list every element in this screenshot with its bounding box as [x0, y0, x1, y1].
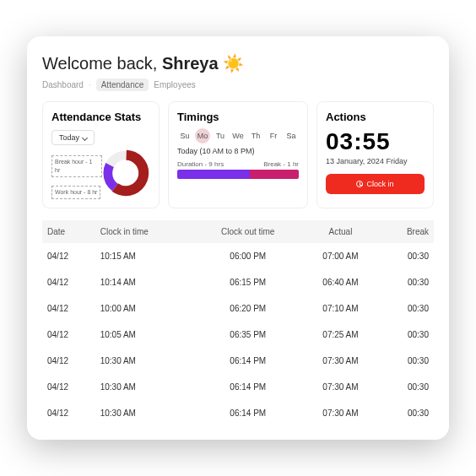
breadcrumb-sep: ·	[89, 80, 91, 89]
period-label: Today	[59, 133, 79, 142]
breadcrumb-attendance[interactable]: Attendance	[96, 78, 149, 91]
date-display: 13 January, 2024 Friday	[326, 157, 425, 165]
legend-work: Work hour - 8 hr	[51, 186, 100, 199]
actions-panel: Actions 03:55 13 January, 2024 Friday Cl…	[316, 101, 434, 208]
welcome-name: Shreya	[162, 54, 219, 73]
days-row: SuMoTuWeThFrSa	[177, 128, 299, 143]
day-sa[interactable]: Sa	[284, 128, 299, 143]
stats-legend: Break hour - 1 hr Work hour - 8 hr	[51, 147, 102, 198]
stats-panel: Attendance Stats Today Break hour - 1 hr…	[42, 101, 160, 208]
clock-icon	[356, 181, 363, 187]
table-row[interactable]: 04/1210:05 AM06:35 PM07:25 AM00:30	[42, 322, 434, 348]
day-fr[interactable]: Fr	[266, 128, 281, 143]
timings-title: Timings	[177, 111, 299, 123]
clock-in-button[interactable]: Clock in	[326, 174, 425, 194]
bar-duration-segment	[177, 170, 250, 179]
day-tu[interactable]: Tu	[213, 128, 228, 143]
day-we[interactable]: We	[230, 128, 246, 143]
col-actual: Actual	[302, 220, 380, 243]
col-date: Date	[42, 220, 95, 243]
panels-row: Attendance Stats Today Break hour - 1 hr…	[42, 101, 434, 208]
col-clock-out-time: Clock out time	[194, 220, 302, 243]
timings-today-label: Today (10 AM to 8 PM)	[177, 147, 299, 155]
breadcrumb-employees[interactable]: Employees	[154, 80, 195, 89]
donut-chart	[102, 149, 149, 197]
stats-title: Attendance Stats	[51, 111, 150, 123]
table-row[interactable]: 04/1210:30 AM06:14 PM07:30 AM00:30	[42, 348, 434, 374]
sun-icon: ☀️	[223, 54, 244, 73]
timings-panel: Timings SuMoTuWeThFrSa Today (10 AM to 8…	[168, 101, 308, 208]
chevron-down-icon	[82, 135, 88, 141]
breadcrumb-dashboard[interactable]: Dashboard	[42, 80, 84, 89]
legend-break: Break hour - 1 hr	[51, 155, 102, 177]
table-row[interactable]: 04/1210:00 AM06:20 PM07:10 AM00:30	[42, 295, 434, 322]
table-row[interactable]: 04/1210:30 AM06:14 PM07:30 AM00:30	[42, 374, 434, 400]
day-su[interactable]: Su	[177, 128, 192, 143]
table-row[interactable]: 04/1210:30 AM06:14 PM07:30 AM00:30	[42, 400, 434, 426]
table-row[interactable]: 04/1210:14 AM06:15 PM06:40 AM00:30	[42, 269, 434, 295]
dashboard-card: Welcome back, Shreya ☀️ Dashboard · Atte…	[27, 36, 449, 439]
table-body: 04/1210:15 AM06:00 PM07:00 AM00:3004/121…	[42, 243, 434, 426]
clock-in-label: Clock in	[366, 180, 393, 188]
breadcrumb: Dashboard · Attendance Employees	[42, 78, 434, 91]
table-row[interactable]: 04/1210:15 AM06:00 PM07:00 AM00:30	[42, 243, 434, 269]
day-mo[interactable]: Mo	[195, 128, 210, 143]
welcome-heading: Welcome back, Shreya ☀️	[42, 53, 434, 73]
welcome-prefix: Welcome back,	[42, 54, 162, 73]
table-header-row: DateClock in timeClock out timeActualBre…	[42, 220, 434, 243]
bar-break-segment	[250, 170, 299, 179]
attendance-table: DateClock in timeClock out timeActualBre…	[42, 220, 434, 426]
duration-label: Duration - 9 hrs	[177, 160, 224, 168]
day-th[interactable]: Th	[248, 128, 263, 143]
col-clock-in-time: Clock in time	[95, 220, 194, 243]
period-select[interactable]: Today	[51, 130, 95, 145]
break-label: Break - 1 hr	[263, 160, 299, 168]
clock-display: 03:55	[326, 128, 425, 155]
col-break: Break	[379, 220, 434, 243]
duration-bar	[177, 170, 299, 179]
actions-title: Actions	[326, 111, 425, 123]
